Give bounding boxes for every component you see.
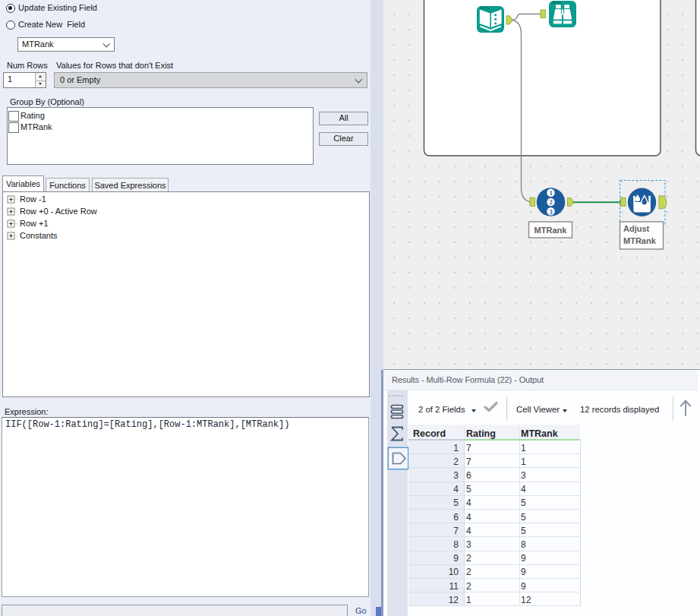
svg-text:MTRank: MTRank <box>534 226 568 235</box>
svg-text:MTRank: MTRank <box>623 236 657 245</box>
svg-text:1: 1 <box>549 189 552 197</box>
svg-text:3: 3 <box>549 208 552 216</box>
svg-text:2: 2 <box>549 198 552 206</box>
svg-text:Adjust: Adjust <box>623 224 650 233</box>
